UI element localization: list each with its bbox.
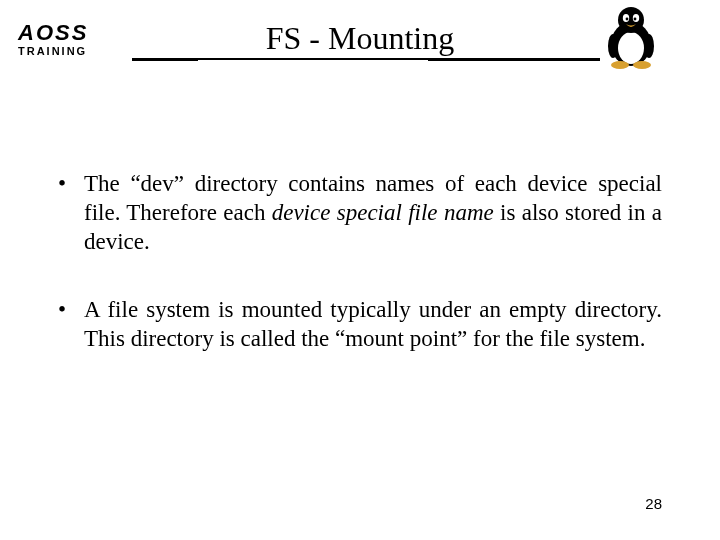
bullet-marker: •: [58, 296, 84, 354]
svg-point-4: [633, 14, 639, 22]
brand-logo-sub: TRAINING: [18, 46, 133, 57]
slide-header: AOSS TRAINING FS - Mounting: [0, 0, 720, 70]
bullet-marker: •: [58, 170, 84, 256]
svg-point-7: [611, 61, 629, 69]
svg-point-8: [633, 61, 651, 69]
bullet-italic: device special file name: [272, 200, 494, 225]
svg-point-10: [644, 34, 654, 58]
svg-point-2: [618, 7, 644, 33]
svg-point-6: [634, 18, 637, 21]
bullet-text: A file system is mounted typically under…: [84, 296, 662, 354]
svg-point-1: [618, 32, 644, 64]
svg-point-9: [608, 34, 618, 58]
brand-logo: AOSS TRAINING: [18, 22, 133, 57]
svg-point-3: [623, 14, 629, 22]
bullet-text: The “dev” directory contains names of ea…: [84, 170, 662, 256]
brand-logo-main: AOSS: [18, 22, 133, 44]
slide-body: • The “dev” directory contains names of …: [0, 70, 720, 354]
penguin-icon: [602, 4, 660, 70]
list-item: • A file system is mounted typically und…: [58, 296, 662, 354]
page-number: 28: [645, 495, 662, 512]
bullet-lead: A file system is mounted typically under…: [84, 297, 662, 351]
svg-point-5: [626, 18, 629, 21]
list-item: • The “dev” directory contains names of …: [58, 170, 662, 256]
